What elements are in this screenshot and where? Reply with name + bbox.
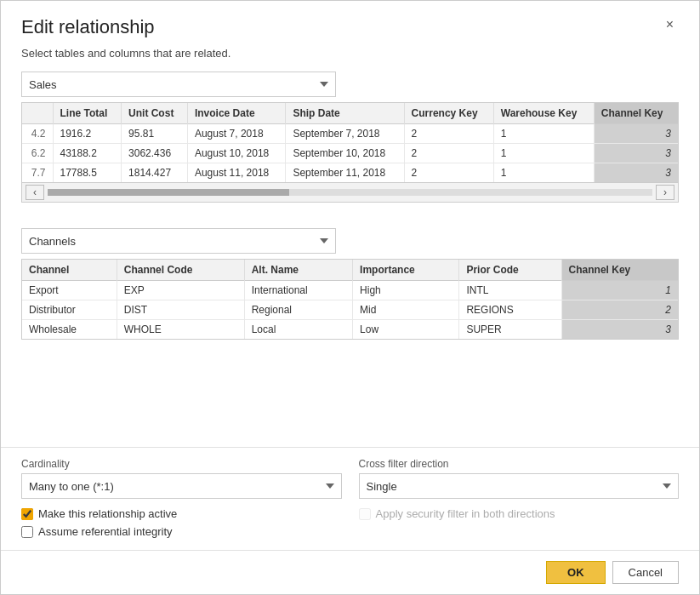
make-active-label[interactable]: Make this relationship active <box>38 507 177 520</box>
dialog-header: Edit relationship × <box>1 1 699 45</box>
referential-integrity-checkbox[interactable] <box>21 526 33 538</box>
ch-priorcode-1: INTL <box>459 281 561 300</box>
currency-key-3: 2 <box>404 163 493 183</box>
dialog-body: Sales Channels Products Line Total Unit … <box>1 72 699 447</box>
sales-table-row: 6.2 43188.2 3062.436 August 10, 2018 Sep… <box>22 144 678 163</box>
make-active-item: Make this relationship active <box>21 507 342 520</box>
sales-scroll-row: ‹ › <box>22 182 678 202</box>
line-total-3: 17788.5 <box>53 163 122 183</box>
dialog-footer: OK Cancel <box>1 550 699 594</box>
ch-channel-2: Distributor <box>22 300 117 320</box>
sales-table-row: 7.7 17788.5 1814.427 August 11, 2018 Sep… <box>22 163 678 183</box>
row-num-2: 6.2 <box>22 144 53 163</box>
invoice-date-3: August 11, 2018 <box>187 163 286 183</box>
channels-data-table: Channel Channel Code Alt. Name Importanc… <box>22 260 678 339</box>
referential-integrity-item: Assume referential integrity <box>21 525 342 538</box>
sales-scroll-left[interactable]: ‹ <box>26 185 44 200</box>
ok-button[interactable]: OK <box>546 561 606 584</box>
ship-date-2: September 10, 2018 <box>286 144 404 163</box>
unit-cost-1: 95.81 <box>122 124 188 144</box>
line-total-2: 43188.2 <box>53 144 122 163</box>
ch-key-2: 2 <box>561 300 678 320</box>
ch-code-1: EXP <box>117 281 244 300</box>
channels-data-table-wrapper: Channel Channel Code Alt. Name Importanc… <box>21 259 679 340</box>
checkboxes-right: Apply security filter in both directions <box>359 507 680 543</box>
warehouse-key-1: 1 <box>493 124 594 144</box>
cardinality-col: Cardinality Many to one (*:1) One to one… <box>21 458 342 499</box>
sales-table-row: 4.2 1916.2 95.81 August 7, 2018 Septembe… <box>22 124 678 144</box>
ch-importance-1: High <box>353 281 459 300</box>
ship-date-3: September 11, 2018 <box>286 163 404 183</box>
ch-priorcode-3: SUPER <box>459 320 561 340</box>
make-active-checkbox[interactable] <box>21 508 33 520</box>
ch-priorcode-2: REGIONS <box>459 300 561 320</box>
security-filter-checkbox[interactable] <box>359 508 371 520</box>
sales-col-channelkey: Channel Key <box>594 103 678 124</box>
ch-col-channelkey: Channel Key <box>561 260 678 281</box>
line-total-1: 1916.2 <box>53 124 122 144</box>
ch-col-altname: Alt. Name <box>244 260 352 281</box>
checkboxes-left: Make this relationship active Assume ref… <box>21 507 342 543</box>
warehouse-key-2: 1 <box>493 144 594 163</box>
sales-scroll-right[interactable]: › <box>656 185 674 200</box>
referential-integrity-label[interactable]: Assume referential integrity <box>38 525 173 538</box>
ch-key-3: 3 <box>561 320 678 340</box>
sales-scroll-thumb <box>48 189 289 196</box>
currency-key-1: 2 <box>404 124 493 144</box>
channel-key-sales-2: 3 <box>594 144 678 163</box>
security-filter-label: Apply security filter in both directions <box>376 507 555 520</box>
row-num-1: 4.2 <box>22 124 53 144</box>
ch-importance-2: Mid <box>353 300 459 320</box>
channel-key-sales-3: 3 <box>594 163 678 183</box>
channels-table-select[interactable]: Sales Channels Products <box>21 228 336 254</box>
ch-importance-3: Low <box>353 320 459 340</box>
ch-altname-2: Regional <box>244 300 352 320</box>
sales-dropdown-row: Sales Channels Products <box>21 72 679 97</box>
sales-table-select[interactable]: Sales Channels Products <box>21 72 336 97</box>
channels-table-row: Export EXP International High INTL 1 <box>22 281 678 300</box>
crossfilter-select[interactable]: Single Both <box>359 473 680 499</box>
ch-channel-1: Export <box>22 281 117 300</box>
ch-code-3: WHOLE <box>117 320 244 340</box>
dialog-title: Edit relationship <box>21 16 155 38</box>
crossfilter-label: Cross filter direction <box>359 458 680 470</box>
channels-table-row: Distributor DIST Regional Mid REGIONS 2 <box>22 300 678 320</box>
ch-altname-1: International <box>244 281 352 300</box>
cardinality-crossfilter-row: Cardinality Many to one (*:1) One to one… <box>21 458 679 499</box>
invoice-date-2: August 10, 2018 <box>187 144 286 163</box>
currency-key-2: 2 <box>404 144 493 163</box>
ch-col-code: Channel Code <box>117 260 244 281</box>
dialog-subtitle: Select tables and columns that are relat… <box>1 45 699 72</box>
sales-scroll-track[interactable] <box>48 189 652 196</box>
ch-col-importance: Importance <box>353 260 459 281</box>
channels-table-row: Wholesale WHOLE Local Low SUPER 3 <box>22 320 678 340</box>
sales-col-warehousekey: Warehouse Key <box>493 103 594 124</box>
unit-cost-3: 1814.427 <box>122 163 188 183</box>
ch-channel-3: Wholesale <box>22 320 117 340</box>
unit-cost-2: 3062.436 <box>122 144 188 163</box>
ch-col-priorcode: Prior Code <box>459 260 561 281</box>
sales-col-invoicedate: Invoice Date <box>187 103 286 124</box>
sales-col-rownum <box>22 103 53 124</box>
invoice-date-1: August 7, 2018 <box>187 124 286 144</box>
ship-date-1: September 7, 2018 <box>286 124 404 144</box>
channels-dropdown-row: Sales Channels Products <box>21 228 679 254</box>
sales-col-currencykey: Currency Key <box>404 103 493 124</box>
cardinality-select[interactable]: Many to one (*:1) One to one (1:1) Many … <box>21 473 342 499</box>
sales-col-linetotal: Line Total <box>53 103 122 124</box>
sales-col-unitcost: Unit Cost <box>122 103 188 124</box>
cardinality-label: Cardinality <box>21 458 342 470</box>
ch-col-channel: Channel <box>22 260 117 281</box>
security-filter-item: Apply security filter in both directions <box>359 507 680 520</box>
cancel-button[interactable]: Cancel <box>612 561 679 584</box>
ch-altname-3: Local <box>244 320 352 340</box>
ch-key-1: 1 <box>561 281 678 300</box>
warehouse-key-3: 1 <box>493 163 594 183</box>
bottom-section: Cardinality Many to one (*:1) One to one… <box>1 447 699 543</box>
crossfilter-col: Cross filter direction Single Both <box>359 458 680 499</box>
ch-code-2: DIST <box>117 300 244 320</box>
close-button[interactable]: × <box>661 16 679 33</box>
sales-data-table: Line Total Unit Cost Invoice Date Ship D… <box>22 103 678 182</box>
checkboxes-row: Make this relationship active Assume ref… <box>21 507 679 543</box>
edit-relationship-dialog: Edit relationship × Select tables and co… <box>0 0 700 595</box>
